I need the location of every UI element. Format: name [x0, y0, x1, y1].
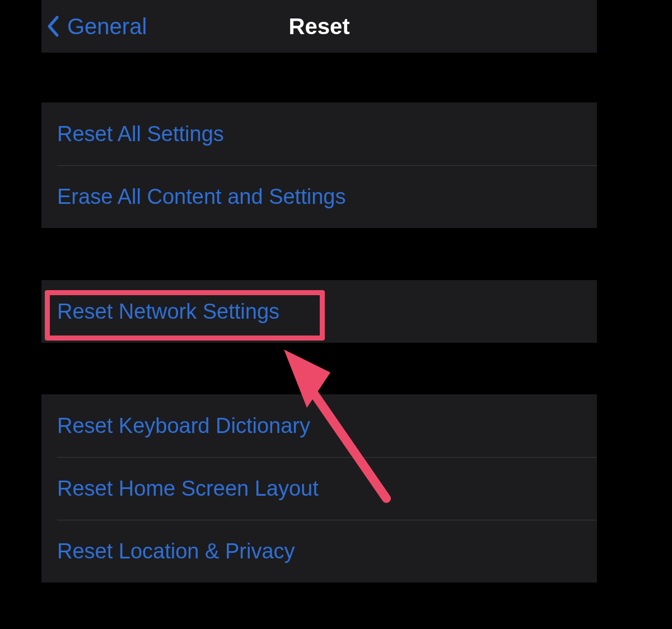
- chevron-left-icon: [47, 16, 59, 37]
- settings-group-3: Reset Keyboard Dictionary Reset Home Scr…: [41, 394, 597, 583]
- settings-group-2: Reset Network Settings: [41, 280, 597, 343]
- back-button[interactable]: General: [47, 0, 147, 53]
- reset-all-settings-row[interactable]: Reset All Settings: [41, 102, 597, 165]
- reset-home-screen-layout-row[interactable]: Reset Home Screen Layout: [41, 457, 597, 520]
- reset-location-privacy-row[interactable]: Reset Location & Privacy: [41, 520, 597, 583]
- reset-network-settings-row[interactable]: Reset Network Settings: [41, 280, 597, 343]
- back-label: General: [67, 14, 147, 39]
- nav-bar: General Reset: [41, 0, 597, 53]
- row-label: Reset Home Screen Layout: [57, 477, 319, 501]
- erase-all-content-row[interactable]: Erase All Content and Settings: [41, 165, 597, 228]
- row-label: Reset Network Settings: [57, 300, 279, 324]
- row-label: Reset Keyboard Dictionary: [57, 414, 310, 438]
- row-label: Erase All Content and Settings: [57, 185, 346, 209]
- row-label: Reset All Settings: [57, 122, 224, 146]
- reset-keyboard-dictionary-row[interactable]: Reset Keyboard Dictionary: [41, 394, 597, 457]
- row-label: Reset Location & Privacy: [57, 539, 295, 563]
- settings-group-1: Reset All Settings Erase All Content and…: [41, 102, 597, 228]
